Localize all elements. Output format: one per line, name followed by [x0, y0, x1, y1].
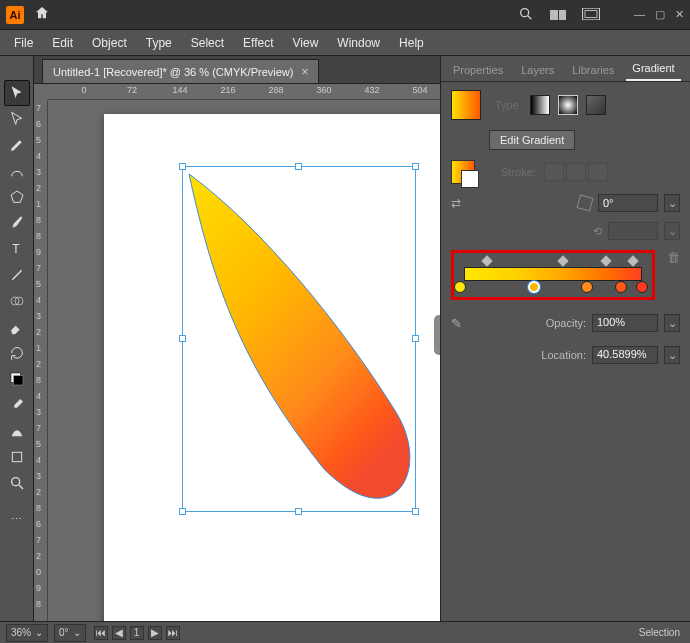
ruler-vertical: 76543218897543212843754328672098 — [34, 100, 48, 621]
search-icon[interactable] — [518, 6, 534, 24]
window-minimize-icon[interactable]: — — [634, 8, 645, 21]
artboard-nav: ⏮ ◀ 1 ▶ ⏭ — [94, 626, 180, 640]
last-artboard-icon[interactable]: ⏭ — [166, 626, 180, 640]
gradient-bar[interactable] — [464, 267, 642, 281]
workspace-switcher-icon[interactable] — [582, 8, 600, 22]
location-dropdown-icon[interactable]: ⌄ — [664, 346, 680, 364]
bounding-box[interactable] — [182, 166, 416, 512]
location-label: Location: — [541, 349, 586, 361]
arrange-documents-icon[interactable] — [550, 10, 566, 20]
menu-file[interactable]: File — [6, 32, 41, 54]
window-close-icon[interactable]: ✕ — [675, 8, 684, 21]
zoom-tool[interactable] — [4, 470, 30, 496]
gradient-stop[interactable] — [454, 281, 466, 293]
gradient-tool[interactable] — [4, 418, 30, 444]
pen-tool[interactable] — [4, 132, 30, 158]
menu-help[interactable]: Help — [391, 32, 432, 54]
selection-tool[interactable] — [4, 80, 30, 106]
eyedropper-tool[interactable] — [4, 392, 30, 418]
angle-dropdown-icon[interactable]: ⌄ — [664, 194, 680, 212]
shape-builder-tool[interactable] — [4, 288, 30, 314]
gradient-midpoint[interactable] — [627, 255, 638, 266]
stroke-along-icon — [566, 163, 586, 181]
gradient-type-linear-icon[interactable] — [530, 95, 550, 115]
paintbrush-tool[interactable] — [4, 210, 30, 236]
gradient-fill-swatch[interactable] — [451, 90, 481, 120]
aspect-ratio-dropdown-icon: ⌄ — [664, 222, 680, 240]
svg-text:T: T — [12, 242, 20, 256]
app-logo: Ai — [6, 6, 24, 24]
next-artboard-icon[interactable]: ▶ — [148, 626, 162, 640]
tools-panel: T ⋯ — [0, 56, 34, 621]
tab-libraries[interactable]: Libraries — [566, 59, 620, 81]
type-tool[interactable]: T — [4, 236, 30, 262]
first-artboard-icon[interactable]: ⏮ — [94, 626, 108, 640]
panel-menu-icon[interactable]: ≡ — [687, 57, 690, 81]
color-picker-eyedropper-icon[interactable]: ✎ — [451, 316, 462, 331]
ruler-horizontal: 072144216288360432504576 — [48, 84, 440, 100]
gradient-type-radial-icon[interactable] — [558, 95, 578, 115]
opacity-input[interactable]: 100% — [592, 314, 658, 332]
direct-selection-tool[interactable] — [4, 106, 30, 132]
menu-select[interactable]: Select — [183, 32, 232, 54]
vertical-scrollbar[interactable] — [434, 315, 440, 355]
delete-stop-icon[interactable]: 🗑 — [667, 250, 680, 265]
menu-effect[interactable]: Effect — [235, 32, 281, 54]
artboard-number[interactable]: 1 — [130, 626, 144, 640]
svg-line-1 — [528, 16, 531, 19]
gradient-type-freeform-icon[interactable] — [586, 95, 606, 115]
titlebar: Ai — ▢ ✕ — [0, 0, 690, 30]
reverse-gradient-icon[interactable]: ⇄ — [451, 196, 461, 210]
tab-layers[interactable]: Layers — [515, 59, 560, 81]
type-label: Type: — [495, 99, 522, 111]
menu-window[interactable]: Window — [329, 32, 388, 54]
tab-gradient[interactable]: Gradient — [626, 57, 680, 81]
svg-rect-3 — [585, 10, 597, 17]
rotate-tool[interactable] — [4, 340, 30, 366]
opacity-label: Opacity: — [546, 317, 586, 329]
gradient-slider[interactable] — [458, 261, 648, 287]
canvas[interactable]: 072144216288360432504576 765432188975432… — [34, 84, 440, 621]
curvature-tool[interactable] — [4, 158, 30, 184]
menu-edit[interactable]: Edit — [44, 32, 81, 54]
gradient-midpoint[interactable] — [601, 255, 612, 266]
stroke-inside-icon — [544, 163, 564, 181]
gradient-stop[interactable] — [615, 281, 627, 293]
angle-input[interactable]: 0° — [598, 194, 658, 212]
gradient-midpoint[interactable] — [481, 255, 492, 266]
status-tool-label: Selection — [639, 627, 690, 638]
opacity-dropdown-icon[interactable]: ⌄ — [664, 314, 680, 332]
line-segment-tool[interactable] — [4, 262, 30, 288]
fill-stroke-swatch[interactable] — [4, 366, 30, 392]
prev-artboard-icon[interactable]: ◀ — [112, 626, 126, 640]
svg-point-12 — [11, 478, 19, 486]
window-maximize-icon[interactable]: ▢ — [655, 8, 665, 21]
edit-toolbar-icon[interactable]: ⋯ — [4, 506, 30, 532]
chevron-down-icon: ⌄ — [73, 627, 81, 638]
svg-rect-11 — [12, 452, 21, 461]
document-tab[interactable]: Untitled-1 [Recovered]* @ 36 % (CMYK/Pre… — [42, 59, 319, 83]
close-tab-icon[interactable]: × — [301, 65, 308, 79]
eraser-tool[interactable] — [4, 314, 30, 340]
rotate-view-dropdown[interactable]: 0°⌄ — [54, 624, 86, 642]
gradient-stop[interactable] — [636, 281, 648, 293]
artboard-tool[interactable] — [4, 444, 30, 470]
gradient-stop[interactable] — [528, 281, 540, 293]
stroke-label: Stroke: — [501, 166, 536, 178]
svg-marker-4 — [11, 191, 23, 202]
tab-properties[interactable]: Properties — [447, 59, 509, 81]
menubar: File Edit Object Type Select Effect View… — [0, 30, 690, 56]
menu-view[interactable]: View — [285, 32, 327, 54]
location-input[interactable]: 40.5899% — [592, 346, 658, 364]
svg-point-0 — [521, 8, 529, 16]
menu-type[interactable]: Type — [138, 32, 180, 54]
artboard[interactable] — [104, 114, 440, 621]
edit-gradient-button[interactable]: Edit Gradient — [489, 130, 575, 150]
gradient-midpoint[interactable] — [557, 255, 568, 266]
zoom-level-dropdown[interactable]: 36%⌄ — [6, 624, 48, 642]
gradient-stop[interactable] — [581, 281, 593, 293]
menu-object[interactable]: Object — [84, 32, 135, 54]
home-icon[interactable] — [34, 5, 50, 25]
rectangle-tool[interactable] — [4, 184, 30, 210]
stroke-swap-swatch[interactable] — [451, 160, 475, 184]
